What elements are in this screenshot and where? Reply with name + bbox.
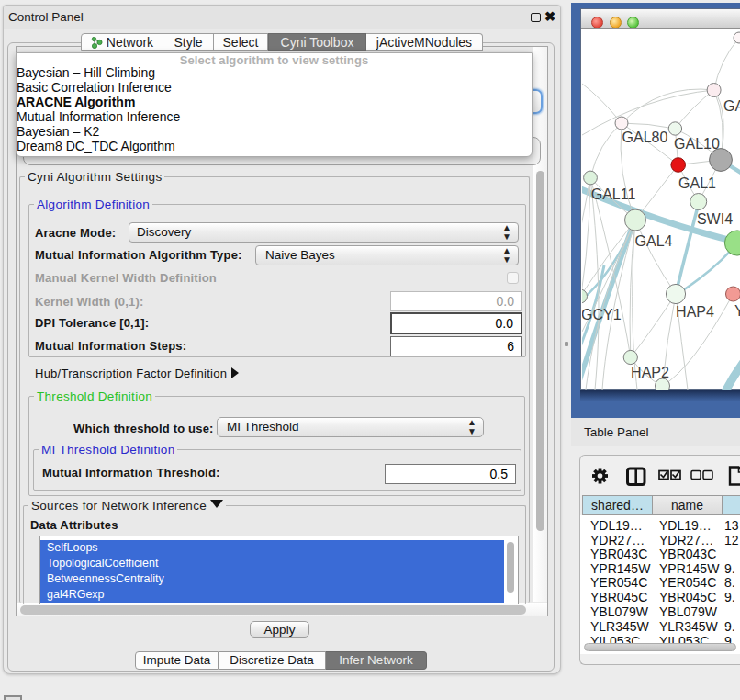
- svg-text:GAL11: GAL11: [591, 186, 636, 202]
- svg-text:SWI4: SWI4: [697, 211, 733, 227]
- svg-text:GAL10: GAL10: [674, 136, 720, 152]
- svg-text:GCY1: GCY1: [582, 307, 622, 322]
- svg-text:Y: Y: [734, 303, 740, 319]
- svg-text:HAP2: HAP2: [631, 365, 669, 380]
- svg-text:HAP4: HAP4: [676, 304, 714, 320]
- svg-text:GAL7: GAL7: [723, 98, 740, 114]
- svg-text:GAL1: GAL1: [678, 175, 716, 191]
- svg-text:GAL4: GAL4: [635, 233, 673, 249]
- svg-text:GAL80: GAL80: [622, 130, 668, 145]
